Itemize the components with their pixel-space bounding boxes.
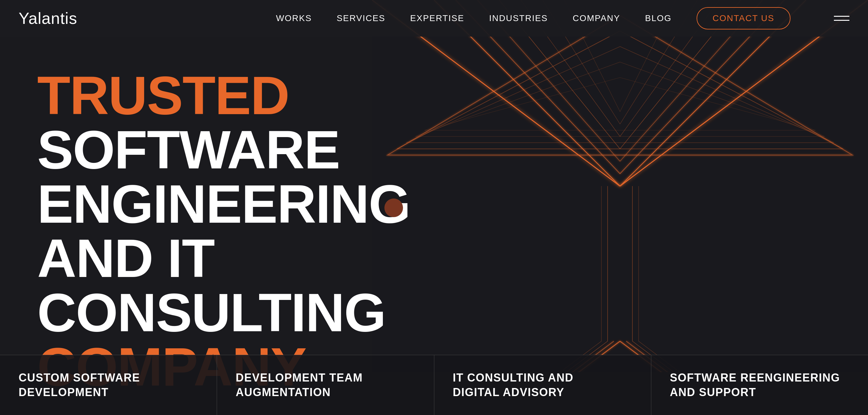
service-card-software-reengineering[interactable]: SOFTWARE REENGINEERINGAND SUPPORT [651,355,868,415]
nav-industries[interactable]: INDUSTRIES [489,13,548,23]
service-card-custom-software[interactable]: CUSTOM SOFTWAREDEVELOPMENT [0,355,217,415]
hero-title-line2: SOFTWARE ENGINEERING [37,122,471,231]
hero-title-line1: TRUSTED [37,68,471,122]
nav-company[interactable]: COMPANY [572,13,620,23]
service-card-dev-team[interactable]: DEVELOPMENT TEAMAUGMENTATION [217,355,434,415]
service-card-it-consulting[interactable]: IT CONSULTING ANDDIGITAL ADVISORY [434,355,651,415]
service-card-software-reengineering-label: SOFTWARE REENGINEERINGAND SUPPORT [670,370,840,400]
hamburger-line-1 [834,16,849,17]
nav-services[interactable]: SERVICES [337,13,385,23]
nav: WORKS SERVICES EXPERTISE INDUSTRIES COMP… [276,7,849,29]
hero-content: TRUSTED SOFTWARE ENGINEERING AND IT CONS… [0,0,868,415]
service-card-dev-team-label: DEVELOPMENT TEAMAUGMENTATION [236,370,363,400]
service-cards: CUSTOM SOFTWAREDEVELOPMENT DEVELOPMENT T… [0,355,868,415]
service-card-it-consulting-label: IT CONSULTING ANDDIGITAL ADVISORY [453,370,574,400]
hero-title-line3: AND IT CONSULTING [37,231,471,339]
hero-title: TRUSTED SOFTWARE ENGINEERING AND IT CONS… [37,68,471,394]
nav-blog[interactable]: BLOG [645,13,672,23]
nav-expertise[interactable]: EXPERTISE [410,13,464,23]
hero-decorative-dot [384,199,403,217]
header: Yalantis WORKS SERVICES EXPERTISE INDUST… [0,0,868,37]
nav-works[interactable]: WORKS [276,13,312,23]
hero-section: TRUSTED SOFTWARE ENGINEERING AND IT CONS… [0,0,868,415]
hamburger-line-2 [834,20,849,21]
logo[interactable]: Yalantis [19,9,77,28]
hamburger-menu[interactable] [834,16,849,21]
contact-button[interactable]: CONTACT US [696,7,790,29]
service-card-custom-software-label: CUSTOM SOFTWAREDEVELOPMENT [19,370,140,400]
